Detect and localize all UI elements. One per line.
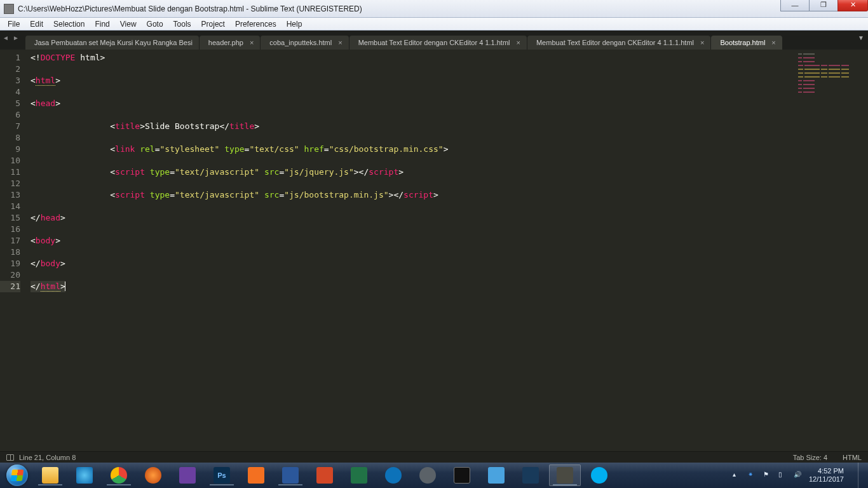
- minimize-button[interactable]: —: [780, 0, 810, 11]
- tab-0[interactable]: Jasa Pembuatan set Meja Kursi Kayu Rangk…: [25, 36, 199, 50]
- code-line[interactable]: <head>: [31, 98, 798, 109]
- minimap[interactable]: [798, 50, 868, 451]
- code-line[interactable]: <link rel="stylesheet" type="text/css" h…: [31, 144, 798, 155]
- code-line[interactable]: </html>: [31, 281, 65, 292]
- code-line[interactable]: [31, 224, 798, 235]
- line-number[interactable]: 4: [0, 86, 20, 98]
- action-flag-icon[interactable]: ⚑: [763, 471, 772, 480]
- tab-4[interactable]: Membuat Text Editor dengan CKEditor 4 1.…: [527, 36, 710, 50]
- taskbar-internet-explorer[interactable]: [69, 464, 100, 486]
- line-gutter[interactable]: 123456789101112131415161718192021: [0, 50, 25, 451]
- code-line[interactable]: </head>: [31, 212, 798, 224]
- code-line[interactable]: <script type="text/javascript" src="js/b…: [31, 189, 798, 201]
- code-line[interactable]: [31, 247, 798, 258]
- line-number[interactable]: 20: [0, 269, 20, 281]
- taskbar-phpstorm[interactable]: [172, 464, 203, 486]
- nav-forward-icon[interactable]: ►: [13, 34, 19, 41]
- clock[interactable]: 4:52 PM 12/11/2017: [809, 467, 848, 484]
- tab-close-icon[interactable]: ×: [338, 39, 342, 46]
- code-line[interactable]: [31, 201, 798, 212]
- taskbar-regedit[interactable]: [480, 464, 512, 486]
- taskbar-xampp[interactable]: [240, 464, 272, 486]
- menu-selection[interactable]: Selection: [48, 18, 90, 30]
- syntax-indicator[interactable]: HTML: [843, 454, 862, 461]
- code-line[interactable]: <!DOCTYPE html>: [31, 52, 798, 64]
- network-icon[interactable]: ▯: [778, 471, 787, 480]
- nav-back-icon[interactable]: ◄: [3, 34, 9, 41]
- tab-size-indicator[interactable]: Tab Size: 4: [793, 454, 827, 461]
- taskbar-chrome[interactable]: [103, 464, 135, 486]
- code-line[interactable]: <body>: [31, 235, 798, 247]
- line-number[interactable]: 14: [0, 201, 20, 212]
- line-number[interactable]: 10: [0, 155, 20, 166]
- taskbar-skype[interactable]: [583, 464, 615, 486]
- menu-view[interactable]: View: [115, 18, 142, 30]
- line-number[interactable]: 12: [0, 178, 20, 189]
- code-line[interactable]: [31, 178, 798, 189]
- line-number[interactable]: 9: [0, 144, 20, 155]
- menu-file[interactable]: File: [3, 18, 25, 30]
- menu-project[interactable]: Project: [196, 18, 230, 30]
- taskbar-settings[interactable]: [412, 464, 444, 486]
- menu-preferences[interactable]: Preferences: [230, 18, 281, 30]
- code-line[interactable]: [31, 109, 798, 121]
- code-line[interactable]: [31, 269, 798, 281]
- line-number[interactable]: 3: [0, 75, 20, 86]
- line-number[interactable]: 18: [0, 247, 20, 258]
- menu-goto[interactable]: Goto: [142, 18, 168, 30]
- taskbar-cmd[interactable]: [446, 464, 478, 486]
- show-desktop-button[interactable]: [858, 463, 864, 488]
- line-number[interactable]: 16: [0, 224, 20, 235]
- tab-close-icon[interactable]: ×: [517, 39, 520, 46]
- line-number[interactable]: 1: [0, 52, 20, 64]
- tab-3[interactable]: Membuat Text Editor dengan CKEditor 4 1.…: [349, 36, 527, 50]
- line-number[interactable]: 17: [0, 235, 20, 247]
- code-line[interactable]: [31, 132, 798, 144]
- code-line[interactable]: <script type="text/javascript" src="js/j…: [31, 166, 798, 178]
- speaker-icon[interactable]: 🔊: [794, 471, 803, 480]
- taskbar-virtualbox[interactable]: [515, 464, 546, 486]
- close-button[interactable]: ✕: [837, 0, 868, 11]
- taskbar-firefox[interactable]: [137, 464, 169, 486]
- line-number[interactable]: 21: [0, 281, 20, 292]
- tab-close-icon[interactable]: ×: [700, 39, 704, 46]
- tab-1[interactable]: header.php×: [200, 36, 261, 50]
- code-line[interactable]: <title>Slide Bootstrap</title>: [31, 121, 798, 132]
- code-line[interactable]: [31, 64, 798, 75]
- code-line[interactable]: </body>: [31, 258, 798, 269]
- line-number[interactable]: 2: [0, 64, 20, 75]
- code-line[interactable]: [31, 155, 798, 166]
- maximize-button[interactable]: ❐: [809, 0, 838, 11]
- tab-overflow-icon[interactable]: ▼: [858, 34, 864, 41]
- menu-edit[interactable]: Edit: [25, 18, 48, 30]
- tab-5[interactable]: Bootstrap.html×: [711, 36, 782, 50]
- code-editor[interactable]: <!DOCTYPE html><html><head> <title>Slide…: [25, 50, 798, 451]
- taskbar-sublime-text[interactable]: [549, 464, 581, 486]
- tab-close-icon[interactable]: ×: [250, 39, 254, 46]
- line-number[interactable]: 8: [0, 132, 20, 144]
- taskbar-teamviewer[interactable]: [377, 464, 409, 486]
- taskbar-word[interactable]: [275, 464, 306, 486]
- menu-help[interactable]: Help: [281, 18, 308, 30]
- tray-up-arrow-icon[interactable]: ▴: [733, 471, 742, 480]
- menu-find[interactable]: Find: [90, 18, 114, 30]
- bluetooth-icon[interactable]: ⁕: [748, 471, 757, 480]
- tab-2[interactable]: coba_inputteks.html×: [261, 36, 348, 50]
- line-number[interactable]: 13: [0, 189, 20, 201]
- taskbar-excel[interactable]: [343, 464, 375, 486]
- line-number[interactable]: 5: [0, 98, 20, 109]
- line-number[interactable]: 19: [0, 258, 20, 269]
- taskbar-file-explorer[interactable]: [34, 464, 66, 486]
- tab-close-icon[interactable]: ×: [771, 39, 775, 46]
- line-number[interactable]: 7: [0, 121, 20, 132]
- panel-switch-icon[interactable]: [6, 454, 14, 461]
- line-number[interactable]: 6: [0, 109, 20, 121]
- code-line[interactable]: <html>: [31, 75, 798, 86]
- line-number[interactable]: 11: [0, 166, 20, 178]
- cursor-position[interactable]: Line 21, Column 8: [19, 454, 76, 461]
- line-number[interactable]: 15: [0, 212, 20, 224]
- code-line[interactable]: [31, 86, 798, 98]
- editor-area[interactable]: 123456789101112131415161718192021 <!DOCT…: [0, 50, 868, 451]
- taskbar-photoshop[interactable]: Ps: [206, 464, 238, 486]
- menu-tools[interactable]: Tools: [168, 18, 196, 30]
